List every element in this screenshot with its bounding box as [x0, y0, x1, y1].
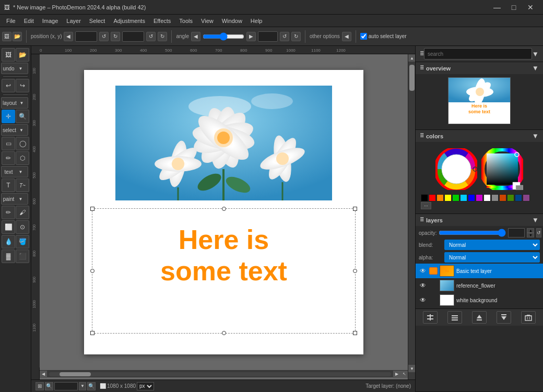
- opacity-slider[interactable]: [439, 229, 506, 237]
- menu-view[interactable]: View: [197, 17, 218, 25]
- layer-eye-white[interactable]: 👁: [419, 296, 427, 304]
- new-document-btn[interactable]: 🖼: [2, 48, 15, 62]
- zoom-out-btn[interactable]: 🔍: [45, 382, 53, 390]
- layer-item-text[interactable]: 👁 Aa Basic text layer: [416, 264, 543, 278]
- layers-collapse-btn[interactable]: ▼: [532, 216, 539, 224]
- toolbar-open-btn[interactable]: 📂: [13, 32, 22, 41]
- layer-item-flower[interactable]: 👁 reference_flower: [416, 278, 543, 293]
- colors-collapse-btn[interactable]: ▼: [532, 132, 539, 140]
- unit-select[interactable]: px: [137, 382, 154, 390]
- swatch-yellow[interactable]: [444, 194, 452, 201]
- opacity-down-btn[interactable]: ▼: [527, 233, 534, 237]
- canvas-scroll[interactable]: Here issome text ◀ ▶ ↖: [40, 54, 408, 379]
- hscroll-left-btn[interactable]: ◀: [40, 371, 47, 378]
- undo-btn[interactable]: ↩: [2, 79, 15, 92]
- handle-br[interactable]: [353, 331, 357, 335]
- blend-select[interactable]: Normal: [444, 240, 540, 250]
- swatch-black[interactable]: [421, 194, 428, 201]
- poly-select-btn[interactable]: ⬡: [16, 151, 29, 165]
- vscroll-down-btn[interactable]: ▼: [408, 365, 415, 372]
- angle-slider[interactable]: [203, 32, 244, 41]
- zoom-in-btn[interactable]: 🔍: [87, 382, 96, 390]
- hscroll-thumb[interactable]: [60, 372, 91, 376]
- pos-redo-x-btn[interactable]: ↻: [111, 32, 120, 41]
- color-picker-svg[interactable]: [481, 148, 523, 190]
- hue-ring-svg[interactable]: [435, 148, 477, 190]
- freehand-select-btn[interactable]: ✏: [2, 151, 15, 165]
- menu-edit[interactable]: Edit: [20, 17, 38, 25]
- menu-file[interactable]: File: [2, 17, 20, 25]
- swatch-white[interactable]: [483, 194, 491, 201]
- opacity-up-btn[interactable]: ▲: [527, 228, 534, 233]
- auto-select-checkbox[interactable]: [360, 33, 367, 40]
- undo-dropdown[interactable]: undo ▼: [1, 63, 28, 74]
- swatch-violet[interactable]: [523, 194, 530, 201]
- hscroll-track[interactable]: [49, 372, 391, 376]
- delete-layer-btn[interactable]: [521, 311, 536, 324]
- text-layer[interactable]: Here issome text: [92, 208, 356, 334]
- handle-ml[interactable]: [90, 269, 95, 273]
- menu-effects[interactable]: Effects: [149, 17, 175, 25]
- swatch-orange[interactable]: [436, 194, 444, 201]
- swatch-red[interactable]: [429, 194, 436, 201]
- add-layer-btn[interactable]: [423, 311, 438, 324]
- pos-reset-x-btn[interactable]: ↺: [99, 32, 109, 41]
- swatch-green[interactable]: [452, 194, 459, 201]
- other-prev-btn[interactable]: ◀: [342, 32, 351, 41]
- pos-prev-btn[interactable]: ◀: [64, 32, 73, 41]
- menu-layer[interactable]: Layer: [62, 17, 85, 25]
- layer-eye-text[interactable]: 👁: [419, 267, 427, 275]
- layers-header[interactable]: ⠿ layers ▼: [416, 214, 543, 226]
- move-tool-btn[interactable]: ✛: [2, 110, 15, 123]
- search-header[interactable]: ⠿ ▼: [416, 46, 543, 62]
- shape-btn[interactable]: ⬛: [16, 250, 29, 263]
- swatch-purple[interactable]: [476, 194, 483, 201]
- layer-eye-flower[interactable]: 👁: [419, 281, 427, 290]
- lower-layer-btn[interactable]: [497, 311, 511, 324]
- redo-btn[interactable]: ↪: [16, 79, 29, 92]
- menu-help[interactable]: Help: [246, 17, 267, 25]
- select-dropdown[interactable]: select ▼: [1, 124, 28, 136]
- handle-tr[interactable]: [353, 207, 357, 211]
- angle-prev-btn[interactable]: ◀: [191, 32, 200, 41]
- handle-bm[interactable]: [222, 331, 226, 335]
- auto-select-label[interactable]: auto select layer: [360, 33, 407, 40]
- raise-layer-btn[interactable]: [472, 311, 487, 324]
- alpha-select[interactable]: Normal: [444, 252, 540, 263]
- stamp-btn[interactable]: ⊙: [16, 220, 29, 234]
- close-button[interactable]: ✕: [522, 0, 539, 15]
- search-input[interactable]: [424, 48, 532, 60]
- angle-next-btn[interactable]: ▶: [246, 32, 256, 41]
- pos-redo-y-btn[interactable]: ↻: [158, 32, 167, 41]
- color-picker-wheel[interactable]: [481, 148, 523, 190]
- pos-y-input[interactable]: 630: [122, 31, 144, 42]
- hue-wheel[interactable]: [435, 148, 477, 190]
- zoom-tool-btn[interactable]: 🔍: [16, 110, 29, 123]
- maximize-button[interactable]: □: [505, 0, 522, 15]
- opacity-input[interactable]: 100: [508, 228, 525, 237]
- zoom-input[interactable]: 50%: [54, 382, 78, 390]
- overview-header[interactable]: ⠿ overview ▼: [416, 62, 543, 74]
- layout-dropdown[interactable]: layout ▼: [1, 97, 28, 109]
- menu-select[interactable]: Select: [85, 17, 110, 25]
- eyedropper-btn[interactable]: 💧: [2, 235, 15, 248]
- swatch-cyan[interactable]: [460, 194, 467, 201]
- pencil-btn[interactable]: ✏: [2, 206, 15, 219]
- handle-bl[interactable]: [90, 331, 95, 335]
- zoom-dropdown-btn[interactable]: ▼: [79, 382, 86, 390]
- menu-adjustments[interactable]: Adjustments: [109, 17, 149, 25]
- fill-btn[interactable]: 🪣: [16, 235, 29, 248]
- vscroll-thumb[interactable]: [409, 65, 415, 91]
- canvas-hscroll[interactable]: ◀ ▶ ↖: [40, 370, 408, 377]
- hscroll-right-btn[interactable]: ▶: [393, 371, 400, 378]
- text-dropdown[interactable]: text ▼: [1, 166, 28, 177]
- handle-tl[interactable]: [90, 207, 95, 211]
- vscroll-up-btn[interactable]: ▲: [408, 54, 415, 62]
- gradient-btn[interactable]: ▓: [2, 250, 15, 263]
- minimize-button[interactable]: —: [489, 0, 505, 15]
- paint-dropdown[interactable]: paint ▼: [1, 193, 28, 205]
- search-dropdown-btn[interactable]: ▼: [532, 50, 539, 58]
- colors-header[interactable]: ⠿ colors ▼: [416, 130, 543, 142]
- brush-btn[interactable]: 🖌: [16, 206, 29, 219]
- swatch-gray[interactable]: [491, 194, 499, 201]
